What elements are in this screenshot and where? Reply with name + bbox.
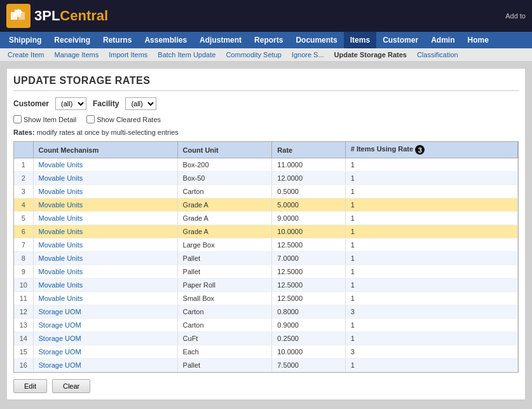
row-items: 3 bbox=[345, 305, 517, 319]
subnav-update-storage-rates[interactable]: Update Storage Rates bbox=[329, 48, 412, 61]
row-rate: 7.0000 bbox=[272, 252, 345, 265]
nav-home[interactable]: Home bbox=[461, 32, 494, 48]
col-items: # Items Using Rate 3 bbox=[345, 142, 517, 158]
show-item-detail-label[interactable]: Show Item Detail bbox=[13, 115, 76, 123]
row-rate: 9.0000 bbox=[272, 212, 345, 225]
row-num: 2 bbox=[14, 172, 33, 185]
table-row[interactable]: 13Storage UOMCarton0.90001 bbox=[14, 319, 518, 332]
col-rate: Rate bbox=[272, 142, 345, 158]
row-num: 5 bbox=[14, 212, 33, 225]
nav-returns[interactable]: Returns bbox=[97, 32, 138, 48]
row-items: 1 bbox=[345, 332, 517, 345]
row-mechanism: Movable Units bbox=[33, 185, 177, 198]
table-row[interactable]: 14Storage UOMCuFt0.25001 bbox=[14, 332, 518, 345]
row-unit: Grade A bbox=[177, 225, 272, 239]
row-num: 3 bbox=[14, 185, 33, 198]
row-items: 3 bbox=[345, 345, 517, 359]
row-unit: Pallet bbox=[177, 252, 272, 265]
row-mechanism: Movable Units bbox=[33, 292, 177, 305]
row-rate: 0.9000 bbox=[272, 319, 345, 332]
top-bar: 3PLCentral Add to bbox=[0, 0, 532, 32]
nav-customer[interactable]: Customer bbox=[376, 32, 425, 48]
clear-button[interactable]: Clear bbox=[52, 379, 90, 393]
row-unit: Pallet bbox=[177, 265, 272, 279]
row-mechanism: Movable Units bbox=[33, 239, 177, 252]
table-row[interactable]: 16Storage UOMPallet7.50001 bbox=[14, 359, 518, 372]
nav-assemblies[interactable]: Assemblies bbox=[138, 32, 193, 48]
row-num: 10 bbox=[14, 279, 33, 292]
table-row[interactable]: 8Movable UnitsPallet7.00001 bbox=[14, 252, 518, 265]
row-unit: Each bbox=[177, 345, 272, 359]
show-cleared-rates-label[interactable]: Show Cleared Rates bbox=[86, 115, 161, 123]
row-rate: 12.5000 bbox=[272, 292, 345, 305]
row-mechanism: Movable Units bbox=[33, 172, 177, 185]
row-mechanism: Movable Units bbox=[33, 265, 177, 279]
nav-documents[interactable]: Documents bbox=[289, 32, 343, 48]
sub-nav: Create Item Manage Items Import Items Ba… bbox=[0, 48, 532, 62]
table-row[interactable]: 15Storage UOMEach10.00003 bbox=[14, 345, 518, 359]
page-title: Update Storage Rates bbox=[13, 75, 519, 91]
row-unit: Small Box bbox=[177, 292, 272, 305]
row-num: 16 bbox=[14, 359, 33, 372]
nav-items[interactable]: Items bbox=[344, 32, 376, 48]
row-rate: 12.5000 bbox=[272, 279, 345, 292]
filter-row: Customer (all) Facility (all) bbox=[13, 97, 519, 110]
table-row[interactable]: 7Movable UnitsLarge Box12.50001 bbox=[14, 239, 518, 252]
table-row[interactable]: 6Movable UnitsGrade A10.00001 bbox=[14, 225, 518, 239]
row-num: 8 bbox=[14, 252, 33, 265]
col-unit: Count Unit bbox=[177, 142, 272, 158]
row-rate: 12.5000 bbox=[272, 265, 345, 279]
edit-button[interactable]: Edit bbox=[13, 379, 47, 393]
row-rate: 0.5000 bbox=[272, 185, 345, 198]
subnav-batch-item-update[interactable]: Batch Item Update bbox=[153, 48, 221, 61]
table-row[interactable]: 5Movable UnitsGrade A9.00001 bbox=[14, 212, 518, 225]
subnav-commodity-setup[interactable]: Commodity Setup bbox=[221, 48, 286, 61]
row-num: 4 bbox=[14, 198, 33, 212]
subnav-manage-items[interactable]: Manage Items bbox=[49, 48, 104, 61]
table-row[interactable]: 12Storage UOMCarton0.80003 bbox=[14, 305, 518, 319]
table-row[interactable]: 11Movable UnitsSmall Box12.50001 bbox=[14, 292, 518, 305]
show-cleared-rates-checkbox[interactable] bbox=[86, 115, 95, 123]
row-items: 1 bbox=[345, 265, 517, 279]
row-rate: 0.8000 bbox=[272, 305, 345, 319]
nav-admin[interactable]: Admin bbox=[425, 32, 461, 48]
row-unit: Box-200 bbox=[177, 158, 272, 172]
table-row[interactable]: 3Movable UnitsCarton0.50001 bbox=[14, 185, 518, 198]
subnav-import-items[interactable]: Import Items bbox=[104, 48, 153, 61]
logo-box bbox=[6, 4, 31, 28]
subnav-create-item[interactable]: Create Item bbox=[3, 48, 49, 61]
row-num: 11 bbox=[14, 292, 33, 305]
nav-reports[interactable]: Reports bbox=[248, 32, 289, 48]
row-items: 1 bbox=[345, 319, 517, 332]
row-rate: 12.0000 bbox=[272, 172, 345, 185]
table-row[interactable]: 2Movable UnitsBox-5012.00001 bbox=[14, 172, 518, 185]
row-unit: Box-50 bbox=[177, 172, 272, 185]
row-mechanism: Movable Units bbox=[33, 158, 177, 172]
facility-select[interactable]: (all) bbox=[125, 97, 156, 110]
customer-select-wrapper: (all) bbox=[55, 97, 86, 110]
row-rate: 12.5000 bbox=[272, 239, 345, 252]
subnav-ignore-s[interactable]: Ignore S... bbox=[287, 48, 329, 61]
row-num: 6 bbox=[14, 225, 33, 239]
nav-receiving[interactable]: Receiving bbox=[48, 32, 97, 48]
row-items: 1 bbox=[345, 185, 517, 198]
nav-shipping[interactable]: Shipping bbox=[3, 32, 48, 48]
row-mechanism: Storage UOM bbox=[33, 305, 177, 319]
row-mechanism: Movable Units bbox=[33, 252, 177, 265]
checkbox-row: Show Item Detail Show Cleared Rates bbox=[13, 115, 519, 123]
row-items: 1 bbox=[345, 212, 517, 225]
table-row[interactable]: 1Movable UnitsBox-20011.00001 bbox=[14, 158, 518, 172]
subnav-classification[interactable]: Classification bbox=[412, 48, 463, 61]
row-unit: Carton bbox=[177, 319, 272, 332]
show-item-detail-checkbox[interactable] bbox=[13, 115, 22, 123]
table-row[interactable]: 4Movable UnitsGrade A5.00001 bbox=[14, 198, 518, 212]
col-mechanism: Count Mechanism bbox=[33, 142, 177, 158]
table-row[interactable]: 10Movable UnitsPaper Roll12.50001 bbox=[14, 279, 518, 292]
row-num: 15 bbox=[14, 345, 33, 359]
table-row[interactable]: 9Movable UnitsPallet12.50001 bbox=[14, 265, 518, 279]
customer-select[interactable]: (all) bbox=[55, 97, 86, 110]
row-items: 1 bbox=[345, 239, 517, 252]
nav-adjustment[interactable]: Adjustment bbox=[193, 32, 248, 48]
data-table-wrapper: Count Mechanism Count Unit Rate # Items … bbox=[13, 141, 519, 373]
row-unit: CuFt bbox=[177, 332, 272, 345]
